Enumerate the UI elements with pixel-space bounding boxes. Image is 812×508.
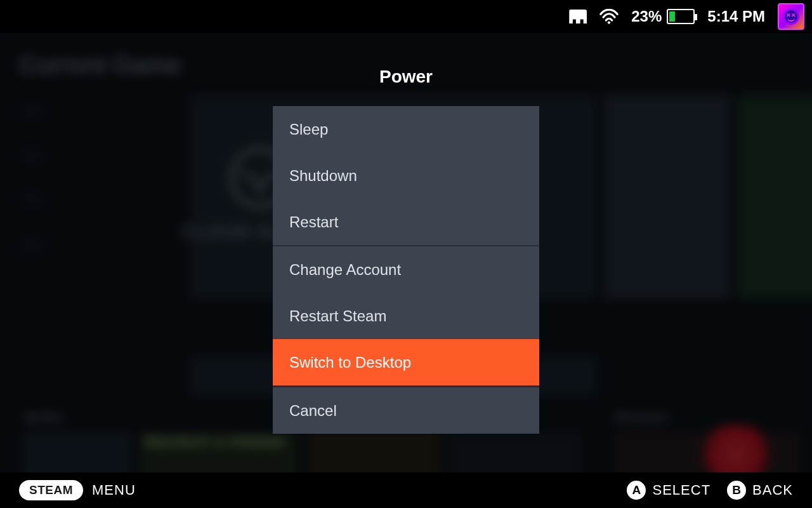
- battery-percent: 23%: [631, 8, 662, 25]
- power-menu-item-restart-steam[interactable]: Restart Steam: [273, 293, 539, 339]
- steam-button[interactable]: STEAM: [19, 480, 83, 500]
- wifi-icon: [599, 9, 619, 24]
- hint-back-label: BACK: [752, 482, 793, 498]
- svg-point-0: [608, 21, 610, 23]
- power-menu-item-cancel[interactable]: Cancel: [273, 387, 539, 434]
- footer-bar: STEAM MENU A SELECT B BACK: [0, 472, 812, 508]
- power-menu-item-change-account[interactable]: Change Account: [273, 246, 539, 293]
- user-avatar[interactable]: [778, 3, 804, 30]
- battery-icon: [667, 9, 695, 24]
- power-menu-item-restart[interactable]: Restart: [273, 199, 539, 245]
- hint-select: A SELECT: [627, 481, 710, 500]
- power-menu-title: Power: [273, 67, 539, 87]
- power-menu-item-sleep[interactable]: Sleep: [273, 106, 539, 152]
- power-menu-item-shutdown[interactable]: Shutdown: [273, 152, 539, 199]
- status-bar: 23% 5:14 PM: [0, 0, 812, 33]
- sd-card-icon: [569, 10, 587, 23]
- power-menu: Power SleepShutdownRestartChange Account…: [273, 67, 539, 434]
- battery-indicator: 23%: [631, 8, 695, 25]
- power-menu-item-switch-desktop[interactable]: Switch to Desktop: [273, 339, 539, 385]
- clock: 5:14 PM: [707, 8, 765, 25]
- hint-select-label: SELECT: [652, 482, 710, 498]
- a-button-icon: A: [627, 481, 646, 500]
- b-button-icon: B: [727, 481, 746, 500]
- hint-back: B BACK: [727, 481, 793, 500]
- menu-label: MENU: [92, 482, 136, 498]
